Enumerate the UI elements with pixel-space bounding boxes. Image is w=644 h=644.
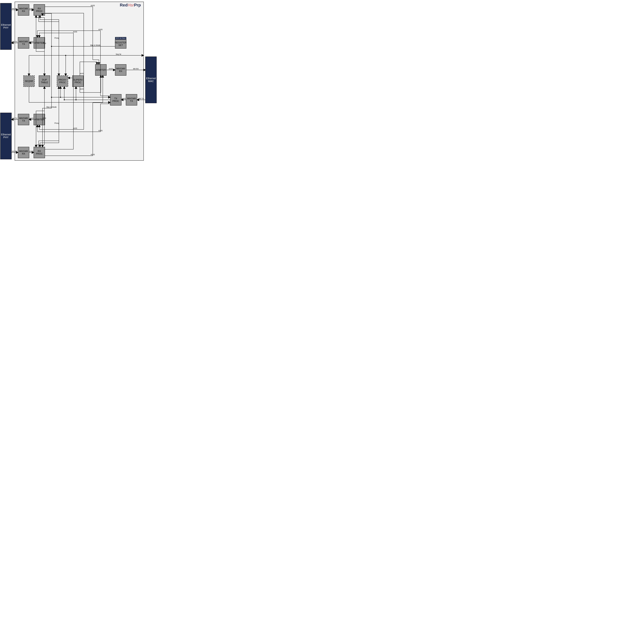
arbiter-c-label: ARBITER [96,69,106,71]
svg-text:AXIS: AXIS [73,127,77,129]
svg-text:AXIS: AXIS [91,154,95,156]
svg-text:AXIS: AXIS [29,150,33,152]
svg-text:MII RX: MII RX [12,150,18,152]
proxy-proc-label: PROXYPROC [58,79,66,84]
svg-text:AXIS: AXIS [122,98,126,100]
svg-text:AXIS: AXIS [29,41,33,43]
register-set-header-label: AXI4 Lite Slave [116,37,125,39]
svg-point-33 [65,55,66,56]
svg-text:MII TX: MII TX [139,98,144,100]
svg-text:AXIS: AXIS [109,68,113,70]
svg-point-21 [75,99,77,100]
svg-text:AXIS: AXIS [98,28,103,31]
svg-text:Proxy: Proxy [54,122,59,124]
svg-point-30 [51,97,52,98]
svg-text:Dup: Dup [43,42,46,44]
logo: RedHsrPrp [120,3,141,7]
svg-text:AXIS: AXIS [29,117,33,119]
svg-text:AXIS: AXIS [73,31,77,33]
svg-text:Mac & Mode: Mac & Mode [90,44,100,46]
svg-text:Proxy: Proxy [54,37,59,39]
superv-proc-label: SUPERVPROC [73,79,83,84]
svg-text:AXIS: AXIS [29,8,33,10]
svg-text:AXIS: AXIS [80,88,84,90]
svg-text:MII RX: MII RX [12,8,18,10]
svg-text:MII TX: MII TX [12,117,18,119]
svg-point-20 [64,99,65,100]
svg-text:Dup: Dup [43,117,46,119]
svg-text:MII TX: MII TX [12,41,18,43]
svg-text:AXIS: AXIS [80,73,84,75]
svg-text:Seq Nr: Seq Nr [116,53,121,55]
svg-text:AXIS: AXIS [98,130,103,132]
svg-text:AXIS: AXIS [91,5,95,7]
svg-text:Mac & Mode: Mac & Mode [46,106,57,108]
seqnr-label: SEQNR [25,80,33,82]
svg-text:MII RX: MII RX [133,68,139,70]
